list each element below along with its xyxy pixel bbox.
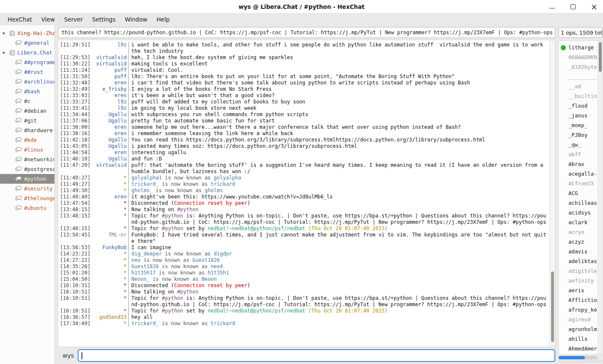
pane-separator-right[interactable] (555, 25, 558, 364)
user-row[interactable]: AhmedAmer (559, 344, 598, 353)
tree-channel-networking[interactable]: #networking (0, 155, 54, 164)
user-row[interactable]: acidsys (559, 208, 598, 217)
tree-channel-git[interactable]: #git (0, 116, 54, 125)
tree-channel-label: #thelounge (24, 195, 54, 201)
nick: * (124, 263, 127, 270)
own-nick-label: wys (62, 352, 74, 359)
status-spacer (561, 307, 566, 312)
user-row[interactable]: _moep_ (559, 120, 598, 130)
timestamp: [11:49:40] (60, 194, 90, 200)
tree-server-libera.chat[interactable]: ▼Libera.Chat (0, 48, 54, 57)
tree-channel-debian[interactable]: #debian (0, 106, 54, 116)
user-row[interactable]: 068AADRKN (559, 52, 598, 62)
user-row[interactable]: Affliction (559, 295, 598, 305)
user-row[interactable]: achilleas (559, 198, 598, 208)
menu-window[interactable]: Window (120, 14, 152, 24)
user-row[interactable]: acryo (559, 227, 598, 237)
userlist-hscrollbar-track2[interactable] (559, 360, 603, 363)
user-row[interactable]: aclark (559, 217, 598, 227)
user-row[interactable]: __ad (559, 81, 598, 91)
menu-server[interactable]: Server (60, 14, 87, 24)
timestamp: [11:31:58] (60, 73, 90, 80)
user-row[interactable]: _flood (559, 101, 598, 111)
tree-channel-label: ##rust (24, 69, 43, 75)
userlist-vscrollbar-thumb[interactable] (599, 42, 602, 72)
tree-channel-general[interactable]: #general (0, 38, 54, 48)
nick: Ugallu (109, 118, 127, 124)
tree-channel-thelounge[interactable]: #thelounge (0, 193, 54, 203)
topic-input[interactable]: about this channel? https://pound-python… (58, 27, 555, 38)
tree-channel-kde[interactable]: #kde (0, 135, 54, 145)
chat-message: [11:29:53]virtualsidheh, I like the boot… (59, 54, 547, 61)
server-tree: ▼Xing-Hai-Zhan#general▼Libera.Chat##prog… (0, 25, 55, 364)
message-text: it might've been this: https://www.youtu… (128, 194, 547, 200)
nick: eren (114, 130, 127, 137)
minimize-button[interactable] (549, 5, 555, 8)
chat-message: [11:30:22]virtualsidmaking tools is exce… (59, 61, 547, 67)
user-row[interactable]: ahills (559, 334, 598, 344)
user-row[interactable]: aczyz (559, 237, 598, 247)
user-row[interactable]: __builtin (559, 91, 598, 101)
menu-help[interactable]: Help (152, 14, 174, 24)
user-row[interactable]: abff (559, 149, 598, 159)
chat-scrollbar-thumb[interactable] (551, 272, 554, 342)
tree-channel-security[interactable]: #security (0, 184, 54, 193)
user-row[interactable]: agronholm (559, 324, 598, 334)
chat-message: [15:01:20]*h1t35h17 is now known as h1t3… (59, 270, 547, 276)
user-row[interactable]: adigitole (559, 266, 598, 276)
user-row[interactable]: __________ (559, 72, 598, 81)
tree-channel-python[interactable]: #python (0, 174, 54, 184)
chat-scrollbar[interactable] (549, 40, 555, 347)
tree-channel-rust[interactable]: ##rust (0, 67, 54, 77)
chat-message: [11:37:06]Ugallupretty fun to automate s… (59, 118, 547, 124)
chat-message: [16:10:31]*Disconnected (Connection rese… (59, 283, 547, 289)
message-input[interactable] (78, 349, 555, 362)
userlist-hscrollbar[interactable] (559, 356, 598, 359)
tree-channel-c[interactable]: #c (0, 96, 54, 106)
menu-hexchat[interactable]: HexChat (3, 14, 37, 24)
tree-server-label: Xing-Hai-Zhan (17, 30, 54, 36)
tree-channel-hardware[interactable]: #hardware (0, 125, 54, 135)
nick: * (124, 251, 127, 257)
timestamp: [14:23:21] (60, 251, 90, 257)
tree-channel-linux[interactable]: #linux (0, 145, 54, 155)
menu-settings[interactable]: Settings (87, 14, 120, 24)
tree-channel-ubuntu[interactable]: #ubuntu (0, 203, 54, 213)
userlist-vscrollbar[interactable] (598, 41, 603, 354)
maximize-button[interactable] (570, 4, 576, 9)
pane-separator-left[interactable] (55, 25, 58, 364)
user-row[interactable]: adavis (559, 247, 598, 256)
expander-icon[interactable]: ▼ (3, 31, 7, 35)
tree-channel-archlinux[interactable]: #archlinux (0, 77, 54, 87)
timestamp: [11:33:41] (60, 105, 90, 111)
tree-channel-postgresql[interactable]: #postgresql (0, 164, 54, 174)
chat-message: [16:10:51]*Topic for #python is: Anythin… (59, 295, 547, 308)
user-row[interactable]: _PJBoy (559, 130, 598, 140)
user-row[interactable]: ACG (559, 188, 598, 198)
userlist-hscrollbar-thumb[interactable] (559, 356, 585, 359)
user-row[interactable]: _qw_ (559, 140, 598, 149)
close-button[interactable]: × (591, 4, 597, 10)
chat-message: [11:43:05]Ugallui pasted many times soz:… (59, 143, 547, 149)
user-row[interactable]: adeliktas (559, 256, 598, 266)
user-nick: _PJBoy (568, 132, 587, 138)
user-row[interactable]: _8192byte (559, 62, 598, 72)
user-row[interactable]: _janus (559, 111, 598, 120)
status-spacer (561, 239, 566, 244)
user-row[interactable]: acegalla- (559, 169, 598, 179)
user-row[interactable]: Abrax (559, 159, 598, 169)
user-row[interactable]: litharge (559, 43, 598, 52)
message-text: with subprocess you run shell commands f… (128, 111, 547, 118)
user-row[interactable]: ACfromTX (559, 179, 598, 188)
tree-server-xing-hai-zhan[interactable]: ▼Xing-Hai-Zhan (0, 28, 54, 38)
user-row[interactable]: aefinity (559, 276, 598, 285)
expander-icon[interactable]: ▼ (3, 51, 7, 55)
user-row[interactable]: agireud (559, 315, 598, 324)
tree-channel-programming[interactable]: ##programming (0, 57, 54, 67)
nick: puff (114, 73, 127, 80)
tree-channel-bash[interactable]: #bash (0, 87, 54, 96)
menu-view[interactable]: View (37, 14, 60, 24)
user-row[interactable]: afropy_ke (559, 305, 598, 315)
status-spacer (561, 337, 566, 342)
user-row[interactable]: aeris (559, 285, 598, 295)
